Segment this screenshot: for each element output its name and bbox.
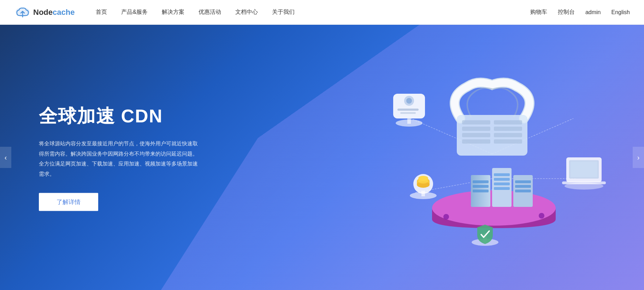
- navbar: Nodecache 首页 产品&服务 解决方案 优惠活动 文档中心 关于我们 购…: [0, 0, 644, 25]
- hero-illustration: [368, 55, 616, 260]
- nav-home[interactable]: 首页: [96, 8, 107, 16]
- logo[interactable]: Nodecache: [14, 6, 75, 19]
- hero-title: 全球加速 CDN: [39, 104, 201, 129]
- svg-point-8: [443, 214, 449, 220]
- hero-cta-button[interactable]: 了解详情: [39, 193, 98, 211]
- carousel-prev-button[interactable]: ‹: [0, 147, 11, 168]
- nav-docs[interactable]: 文档中心: [235, 8, 258, 16]
- svg-rect-14: [473, 190, 489, 192]
- cdn-scene-svg: [368, 55, 616, 260]
- svg-rect-42: [571, 162, 597, 177]
- nav-right: 购物车 控制台 admin English: [530, 8, 630, 16]
- svg-rect-16: [494, 173, 510, 176]
- svg-rect-39: [407, 118, 411, 124]
- svg-point-50: [418, 179, 428, 184]
- svg-rect-36: [397, 109, 419, 111]
- svg-point-9: [539, 213, 544, 219]
- nav-english[interactable]: English: [611, 9, 630, 16]
- carousel-next-button[interactable]: ›: [633, 147, 644, 168]
- svg-rect-19: [494, 187, 510, 190]
- svg-point-44: [565, 182, 603, 190]
- svg-rect-32: [494, 139, 522, 144]
- svg-rect-17: [494, 178, 510, 181]
- svg-rect-18: [494, 182, 510, 185]
- svg-rect-28: [462, 139, 490, 144]
- nav-console[interactable]: 控制台: [558, 8, 575, 16]
- svg-point-35: [406, 98, 412, 104]
- svg-rect-21: [515, 180, 531, 183]
- logo-icon: [14, 6, 31, 19]
- svg-rect-27: [462, 133, 490, 137]
- nav-links: 首页 产品&服务 解决方案 优惠活动 文档中心 关于我们: [96, 8, 530, 16]
- svg-rect-25: [462, 120, 490, 124]
- logo-text: Nodecache: [33, 8, 75, 17]
- nav-solutions[interactable]: 解决方案: [162, 8, 184, 16]
- hero-description: 将全球源站内容分发至最接近用户的节点，使海外用户可就近快速取得所需内容。解决跨国…: [39, 139, 201, 179]
- svg-rect-29: [494, 120, 522, 124]
- svg-rect-52: [421, 191, 425, 196]
- nav-cart[interactable]: 购物车: [530, 8, 547, 16]
- svg-rect-37: [400, 112, 416, 114]
- svg-rect-26: [462, 127, 490, 131]
- nav-admin[interactable]: admin: [585, 9, 601, 16]
- svg-rect-22: [515, 185, 531, 188]
- svg-rect-31: [494, 133, 522, 137]
- svg-rect-30: [494, 127, 522, 131]
- nav-about[interactable]: 关于我们: [272, 8, 295, 16]
- svg-rect-23: [515, 190, 531, 192]
- svg-rect-13: [473, 185, 489, 188]
- chevron-right-icon: ›: [637, 153, 640, 162]
- hero-content: 全球加速 CDN 将全球源站内容分发至最接近用户的节点，使海外用户可就近快速取得…: [39, 104, 201, 211]
- hero-section: ‹ 全球加速 CDN 将全球源站内容分发至最接近用户的节点，使海外用户可就近快速…: [0, 25, 644, 290]
- chevron-left-icon: ‹: [5, 153, 7, 162]
- svg-rect-12: [473, 180, 489, 183]
- nav-products[interactable]: 产品&服务: [121, 8, 148, 16]
- nav-promotions[interactable]: 优惠活动: [199, 8, 221, 16]
